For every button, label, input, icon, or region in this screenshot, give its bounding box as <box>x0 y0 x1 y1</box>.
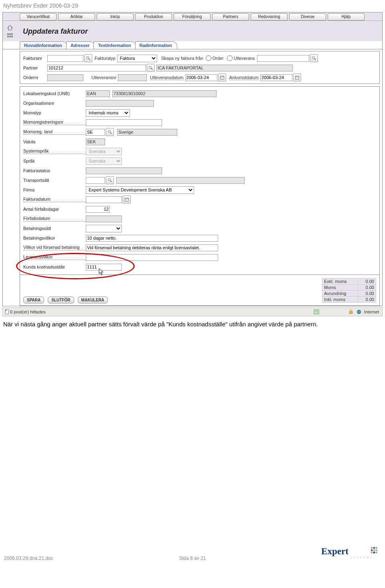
svg-point-10 <box>149 66 152 69</box>
footer-area: SPARA SLUTFÖR MAKULERA Exkl. moms0.00 Mo… <box>20 275 380 306</box>
svg-line-9 <box>314 59 316 60</box>
lok-val-display: 7330619010002 <box>112 90 217 97</box>
svg-point-18 <box>108 179 111 181</box>
momsreg-input[interactable] <box>86 119 162 126</box>
total-inkl-value: 0.00 <box>358 297 376 302</box>
bets-select[interactable] <box>86 225 122 232</box>
total-avr-label: Avrundning <box>322 291 358 296</box>
valuta-label: Valuta <box>23 139 86 144</box>
momsreg-label: Momsregistreringsnr <box>23 120 86 125</box>
trans-code-input[interactable] <box>86 177 105 184</box>
svg-line-7 <box>89 59 90 60</box>
svg-point-6 <box>87 57 89 59</box>
ankomstdatum-label: Ankomstdatum <box>229 75 259 80</box>
svg-rect-33 <box>376 549 377 551</box>
fakturanr-input[interactable] <box>47 55 83 62</box>
partner-lookup-icon[interactable] <box>147 64 155 72</box>
home-icon[interactable] <box>7 24 13 30</box>
menu-artiklar[interactable]: Artiklar <box>58 13 95 20</box>
radio-utleverans[interactable] <box>227 55 233 61</box>
main-menu: Varucertifikat Artiklar Inköp Produktion… <box>3 12 382 21</box>
globe-icon <box>356 309 362 315</box>
footer-center: Sida 8 av 21 <box>179 555 206 561</box>
svg-rect-0 <box>7 33 9 35</box>
utleveransdatum-calendar-icon[interactable] <box>218 73 226 81</box>
menu-redovisning[interactable]: Redovisning <box>251 13 288 20</box>
spara-button[interactable]: SPARA <box>23 297 44 303</box>
trans-lookup-icon[interactable] <box>106 176 114 184</box>
svg-rect-31 <box>371 549 373 551</box>
momstyp-select[interactable]: Inhemsk moms <box>86 109 130 117</box>
svg-rect-23 <box>314 310 319 314</box>
menu-diverse[interactable]: Diverse <box>289 13 326 20</box>
side-toolbar <box>5 22 23 41</box>
makulera-button[interactable]: MAKULERA <box>78 297 108 303</box>
status-right-text: Internet <box>364 309 379 314</box>
skapa-input[interactable] <box>257 55 309 62</box>
total-avr-value: 0.00 <box>358 291 376 296</box>
totals-table: Exkl. moms0.00 Moms0.00 Avrundning0.00 I… <box>322 278 376 302</box>
tab-radinformation[interactable]: Radinformation <box>135 41 177 49</box>
tab-textinformation[interactable]: Textinformation <box>93 41 136 49</box>
ankomstdatum-input[interactable] <box>260 74 292 81</box>
betv-label: Betalningsvillkor <box>23 236 86 240</box>
momstyp-label: Momstyp <box>23 110 86 115</box>
status-bar: 0 post(er) hittades Internet <box>2 307 383 316</box>
menu-produktion[interactable]: Produktion <box>135 13 172 20</box>
antal-input[interactable] <box>86 206 110 213</box>
partner-code-input[interactable] <box>47 65 146 71</box>
svg-rect-20 <box>125 198 129 201</box>
lock-icon <box>348 309 354 315</box>
status-left-text: 0 post(er) hittades <box>10 309 46 314</box>
fdatum-calendar-icon[interactable] <box>123 195 131 203</box>
tab-adresser[interactable]: Adresser <box>66 41 95 49</box>
trans-name-display <box>116 177 245 184</box>
fakturanr-lookup-icon[interactable] <box>84 54 92 62</box>
doc-header: Nyhetsbrev Exder 2006-03-29 <box>0 0 385 10</box>
refresh-icon[interactable] <box>314 309 319 315</box>
ankomstdatum-calendar-icon[interactable] <box>293 73 301 81</box>
fstatus-display <box>86 167 162 174</box>
firma-select[interactable]: Expert Systems Development Svenska AB <box>86 186 194 194</box>
betv-input[interactable] <box>86 235 218 242</box>
svg-rect-28 <box>371 547 373 549</box>
svg-rect-29 <box>373 547 375 549</box>
slutfor-button[interactable]: SLUTFÖR <box>48 297 74 303</box>
lev-label: Leveransvillkor <box>23 254 86 260</box>
ordernr-label: Ordernr <box>23 75 47 80</box>
utleveransdatum-label: Utleveransdatum <box>150 75 183 80</box>
momsland-code-input[interactable] <box>86 129 105 136</box>
momsland-lookup-icon[interactable] <box>106 128 114 136</box>
lev-input[interactable] <box>86 254 218 261</box>
svg-rect-3 <box>7 36 9 37</box>
svg-text:Expert: Expert <box>321 546 349 556</box>
radio-order[interactable] <box>206 55 211 61</box>
menu-hjalp[interactable]: Hjälp <box>328 13 365 20</box>
menu-inkop[interactable]: Inköp <box>97 13 134 20</box>
kund-input[interactable] <box>86 264 122 271</box>
skapa-lookup-icon[interactable] <box>310 54 318 62</box>
radio-order-label: Order <box>213 56 224 61</box>
svg-rect-34 <box>371 552 373 553</box>
menu-partners[interactable]: Partners <box>212 13 249 20</box>
firma-label: Firma <box>23 187 86 192</box>
partner-label: Partner <box>23 65 47 70</box>
sprak-label: Språk <box>23 159 86 163</box>
menu-varucertifikat[interactable]: Varucertifikat <box>20 13 57 20</box>
details-form: Lokaliseringskod (UNB) EAN 7330619010002… <box>20 86 380 275</box>
ordernr-display <box>47 74 83 81</box>
utleveransdatum-input[interactable] <box>185 74 217 81</box>
fdatum-input[interactable] <box>86 196 122 203</box>
expert-logo: Expert S Y S T E M S <box>321 545 381 561</box>
villkor-label: Villkor vid försenad betalning <box>23 245 86 250</box>
org-display <box>86 100 154 107</box>
villkor-input[interactable] <box>86 244 218 251</box>
fdatum-label: Fakturadatum <box>23 197 86 202</box>
fakturatyp-label: Fakturatyp <box>95 56 116 61</box>
partner-name-display: ICA FAKTURAPORTAL <box>156 65 293 71</box>
menu-forsaljning[interactable]: Försäljning <box>174 13 211 20</box>
fakturatyp-select[interactable]: Faktura <box>117 55 157 62</box>
total-moms-value: 0.00 <box>358 285 376 290</box>
grid-icon[interactable] <box>7 33 13 38</box>
tab-huvudinformation[interactable]: Huvudinformation <box>20 41 67 49</box>
